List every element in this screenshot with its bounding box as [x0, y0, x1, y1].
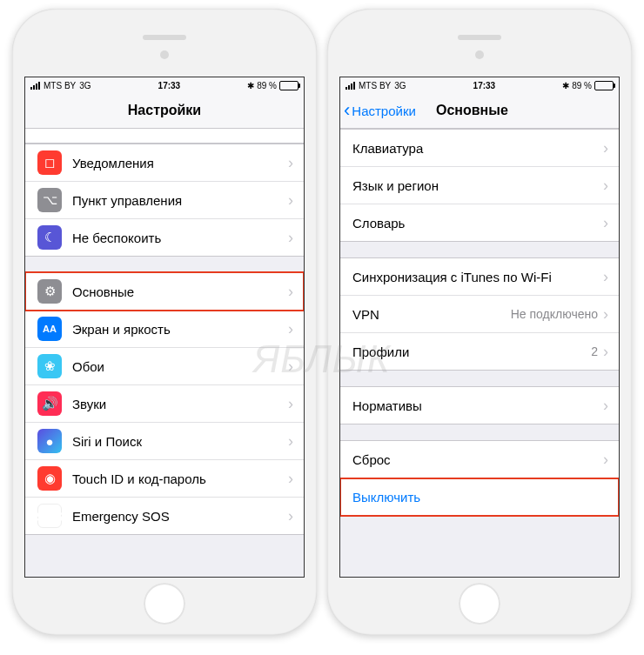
moon-icon: ☾ — [37, 225, 62, 250]
bluetooth-icon: ✱ — [247, 81, 254, 90]
row-control-center[interactable]: ⌥ Пункт управления › — [25, 182, 304, 219]
row-label: Экран и яркость — [72, 322, 288, 337]
row-label: Уведомления — [72, 156, 288, 170]
row-label: Пункт управления — [72, 193, 288, 208]
back-button[interactable]: ‹ Настройки — [340, 101, 416, 120]
chevron-right-icon: › — [288, 229, 293, 247]
row-language[interactable]: Язык и регион › — [340, 167, 619, 204]
row-sos[interactable]: SOS Emergency SOS › — [25, 498, 304, 535]
status-time: 17:33 — [406, 81, 563, 90]
row-label: Siri и Поиск — [72, 434, 288, 449]
row-sounds[interactable]: 🔊 Звуки › — [25, 385, 304, 423]
siri-icon: ● — [37, 429, 62, 453]
row-regulatory[interactable]: Нормативы › — [340, 386, 619, 424]
row-label: Звуки — [72, 397, 288, 411]
screen-right: MTS BY 3G 17:33 ✱ 89 % ‹ Настройки Основ… — [339, 77, 620, 578]
row-label: Touch ID и код-пароль — [72, 471, 288, 486]
chevron-right-icon: › — [603, 397, 608, 415]
phone-left: MTS BY 3G 17:33 ✱ 89 % Настройки ◻ — [12, 9, 317, 635]
display-icon: AA — [37, 317, 62, 341]
row-notifications[interactable]: ◻ Уведомления › — [25, 144, 304, 182]
chevron-right-icon: › — [603, 451, 608, 469]
row-label: Сброс — [352, 452, 603, 467]
general-list[interactable]: Клавиатура › Язык и регион › Словарь › С… — [340, 129, 619, 577]
control-center-icon: ⌥ — [37, 188, 62, 212]
chevron-left-icon: ‹ — [344, 101, 350, 120]
chevron-right-icon: › — [603, 214, 608, 232]
row-label: Клавиатура — [352, 141, 603, 156]
row-label: Синхронизация с iTunes по Wi-Fi — [352, 270, 603, 284]
row-display[interactable]: AA Экран и яркость › — [25, 311, 304, 348]
row-label: Обои — [72, 359, 288, 374]
row-touchid[interactable]: ◉ Touch ID и код-пароль › — [25, 460, 304, 498]
chevron-right-icon: › — [288, 320, 293, 338]
row-general[interactable]: ⚙ Основные › — [25, 272, 304, 311]
row-itunes-wifi[interactable]: Синхронизация с iTunes по Wi-Fi › — [340, 257, 619, 296]
row-label: Язык и регион — [352, 178, 603, 193]
row-keyboard[interactable]: Клавиатура › — [340, 129, 619, 167]
row-dnd[interactable]: ☾ Не беспокоить › — [25, 219, 304, 257]
page-title: Настройки — [25, 103, 304, 118]
row-label: Не беспокоить — [72, 231, 288, 245]
chevron-right-icon: › — [603, 177, 608, 195]
battery-pct: 89 % — [572, 81, 592, 90]
row-wallpaper[interactable]: ❀ Обои › — [25, 348, 304, 385]
chevron-right-icon: › — [603, 305, 608, 324]
chevron-right-icon: › — [288, 283, 293, 301]
screen-left: MTS BY 3G 17:33 ✱ 89 % Настройки ◻ — [24, 77, 305, 578]
carrier-label: MTS BY — [359, 81, 391, 90]
chevron-right-icon: › — [288, 395, 293, 413]
gear-icon: ⚙ — [37, 279, 62, 304]
row-label: Нормативы — [352, 398, 603, 413]
home-button[interactable] — [459, 583, 500, 625]
row-vpn[interactable]: VPN Не подключено › — [340, 296, 619, 333]
speaker-icon: 🔊 — [37, 391, 62, 416]
chevron-right-icon: › — [603, 268, 608, 286]
battery-icon — [279, 81, 299, 90]
chevron-right-icon: › — [288, 191, 293, 210]
network-label: 3G — [79, 81, 91, 90]
bluetooth-icon: ✱ — [562, 81, 569, 90]
notifications-icon: ◻ — [37, 150, 62, 175]
row-label: Основные — [72, 284, 288, 299]
row-value: Не подключено — [511, 307, 598, 321]
row-shutdown[interactable]: Выключить — [340, 478, 619, 516]
battery-pct: 89 % — [257, 81, 277, 90]
row-dictionary[interactable]: Словарь › — [340, 204, 619, 242]
fingerprint-icon: ◉ — [37, 466, 62, 491]
nav-bar: ‹ Настройки Основные — [340, 93, 619, 129]
carrier-label: MTS BY — [44, 81, 76, 90]
status-bar: MTS BY 3G 17:33 ✱ 89 % — [25, 77, 304, 93]
row-label: Выключить — [352, 490, 608, 505]
row-label: Словарь — [352, 216, 603, 231]
row-label: Профили — [352, 344, 591, 359]
chevron-right-icon: › — [288, 470, 293, 488]
chevron-right-icon: › — [288, 358, 293, 376]
row-siri[interactable]: ● Siri и Поиск › — [25, 423, 304, 460]
status-bar: MTS BY 3G 17:33 ✱ 89 % — [340, 77, 619, 93]
sos-icon: SOS — [37, 504, 62, 528]
wallpaper-icon: ❀ — [37, 354, 62, 378]
row-label: Emergency SOS — [72, 509, 288, 524]
status-time: 17:33 — [91, 81, 248, 90]
row-reset[interactable]: Сброс › — [340, 440, 619, 478]
chevron-right-icon: › — [288, 432, 293, 451]
signal-icon — [30, 82, 40, 90]
nav-bar: Настройки — [25, 93, 304, 129]
row-profiles[interactable]: Профили 2 › — [340, 333, 619, 371]
row-label: VPN — [352, 307, 511, 322]
row-value: 2 — [591, 344, 598, 358]
battery-icon — [594, 81, 614, 90]
back-label: Настройки — [352, 104, 416, 118]
partial-row — [25, 129, 304, 144]
settings-list[interactable]: ◻ Уведомления › ⌥ Пункт управления › ☾ Н… — [25, 129, 304, 577]
phone-right: MTS BY 3G 17:33 ✱ 89 % ‹ Настройки Основ… — [327, 9, 632, 635]
chevron-right-icon: › — [288, 507, 293, 525]
network-label: 3G — [394, 81, 406, 90]
home-button[interactable] — [144, 583, 185, 625]
chevron-right-icon: › — [603, 139, 608, 157]
chevron-right-icon: › — [603, 343, 608, 361]
signal-icon — [345, 82, 355, 90]
chevron-right-icon: › — [288, 154, 293, 172]
